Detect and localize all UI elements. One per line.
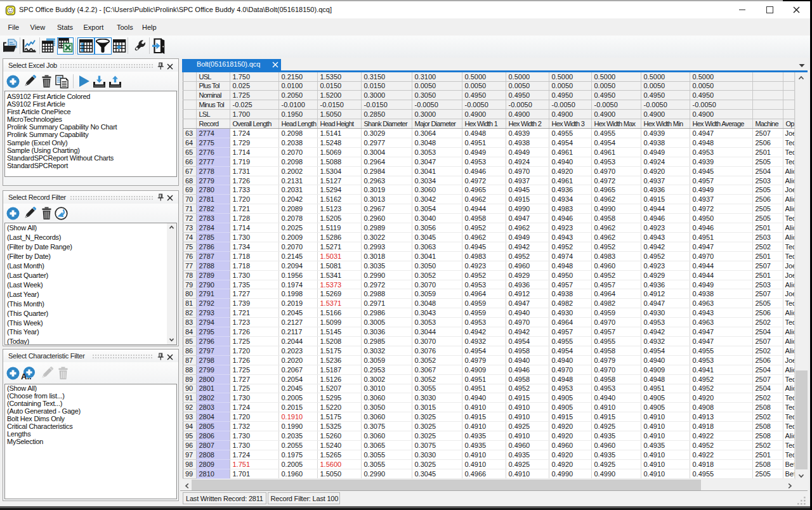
svg-text:A..: A..	[21, 372, 32, 380]
